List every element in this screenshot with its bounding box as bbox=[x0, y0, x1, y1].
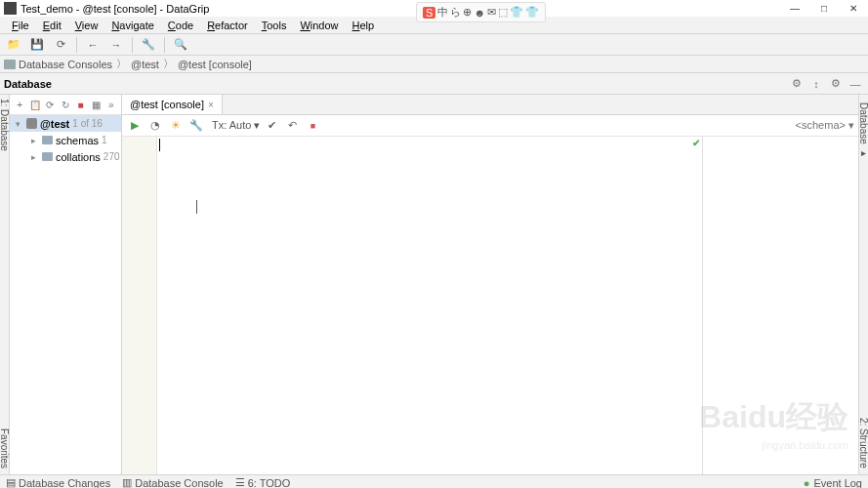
add-icon[interactable]: + bbox=[14, 97, 26, 112]
menu-file[interactable]: File bbox=[6, 19, 35, 32]
node-label: collations bbox=[56, 151, 101, 163]
text-caret bbox=[196, 200, 197, 214]
panel-sort-icon[interactable]: ↕ bbox=[807, 75, 825, 93]
grid-icon[interactable]: ▦ bbox=[90, 97, 103, 112]
inspection-ok-icon[interactable]: ✔ bbox=[692, 138, 700, 148]
ime-item[interactable]: ⊕ bbox=[463, 6, 472, 19]
ime-item[interactable]: 👕 bbox=[525, 6, 539, 19]
breadcrumb-item[interactable]: @test bbox=[131, 59, 159, 70]
ime-tray-overlay: S 中 ら ⊕ ☻ ✉ ⬚ 👕 👕 bbox=[416, 2, 546, 22]
editor-textarea[interactable]: ✔ bbox=[157, 137, 702, 474]
maximize-button[interactable]: □ bbox=[809, 0, 839, 17]
search-icon[interactable]: 🔍 bbox=[171, 36, 190, 54]
separator bbox=[132, 37, 133, 53]
node-count: 1 of 16 bbox=[72, 118, 103, 129]
database-panel-header: Database ⚙ ↕ ⚙ — bbox=[0, 73, 868, 95]
rollback-icon[interactable]: ↶ bbox=[283, 117, 301, 135]
separator bbox=[164, 37, 165, 53]
editor-tab[interactable]: @test [console] × bbox=[122, 95, 223, 114]
wrench-icon[interactable]: 🔧 bbox=[187, 117, 205, 135]
ime-item[interactable]: ☻ bbox=[474, 7, 485, 19]
panel-hide-icon[interactable]: — bbox=[847, 75, 864, 93]
todo-icon: ☰ bbox=[235, 476, 245, 488]
gutter bbox=[122, 137, 157, 474]
breadcrumb-label: @test bbox=[131, 59, 159, 70]
menu-edit[interactable]: Edit bbox=[37, 19, 67, 32]
tree-node-schemas[interactable]: ▸ schemas 1 bbox=[10, 132, 121, 148]
ime-item[interactable]: 👕 bbox=[510, 6, 523, 19]
more-icon[interactable]: » bbox=[104, 97, 117, 112]
tx-mode-dropdown[interactable]: Tx: Auto ▾ bbox=[212, 119, 260, 132]
editor-right-margin bbox=[702, 137, 858, 474]
clock-icon[interactable]: ◔ bbox=[146, 117, 164, 135]
menu-navigate[interactable]: Navigate bbox=[105, 19, 159, 32]
menu-window[interactable]: Window bbox=[294, 19, 344, 32]
rail-structure-tab[interactable]: 2: Structure bbox=[858, 418, 868, 468]
copy-icon[interactable]: 📋 bbox=[29, 97, 42, 112]
breadcrumb-item[interactable]: @test [console] bbox=[178, 59, 252, 70]
folder-icon bbox=[42, 136, 53, 144]
refresh-icon[interactable]: ⟳ bbox=[44, 97, 57, 112]
left-rail: 1: Database Favorites bbox=[0, 95, 10, 474]
event-log-tab[interactable]: ● Event Log bbox=[804, 477, 862, 489]
tree-node-root[interactable]: ▾ @test 1 of 16 bbox=[10, 115, 121, 132]
breadcrumb-separator: 〉 bbox=[163, 57, 174, 71]
console-icon: ▥ bbox=[122, 476, 132, 488]
sync-icon[interactable]: ↻ bbox=[60, 97, 72, 112]
menu-help[interactable]: Help bbox=[347, 19, 381, 32]
close-button[interactable]: ✕ bbox=[839, 0, 868, 17]
node-count: 270 bbox=[103, 151, 120, 162]
ime-item[interactable]: ら bbox=[450, 5, 461, 20]
expand-toggle-icon[interactable]: ▸ bbox=[31, 136, 39, 145]
rail-favorites-tab[interactable]: Favorites bbox=[0, 428, 10, 468]
editor-toolbar: ▶ ◔ ☀ 🔧 Tx: Auto ▾ ✔ ↶ ■ <schema> ▾ bbox=[122, 115, 858, 137]
editor-panel: @test [console] × ▶ ◔ ☀ 🔧 Tx: Auto ▾ ✔ ↶… bbox=[122, 95, 858, 474]
tree-node-collations[interactable]: ▸ collations 270 bbox=[10, 148, 121, 165]
editor-tab-bar: @test [console] × bbox=[122, 95, 858, 115]
forward-icon[interactable]: → bbox=[106, 36, 126, 54]
ime-item[interactable]: ⬚ bbox=[498, 6, 508, 19]
menu-refactor[interactable]: Refactor bbox=[201, 19, 254, 32]
minimize-button[interactable]: — bbox=[780, 0, 809, 17]
menu-tools[interactable]: Tools bbox=[256, 19, 293, 32]
commit-icon[interactable]: ✔ bbox=[263, 117, 280, 135]
stop-icon[interactable]: ■ bbox=[304, 117, 321, 135]
node-label: @test bbox=[40, 118, 69, 130]
run-button[interactable]: ▶ bbox=[126, 117, 144, 135]
bottom-tool-bar: ▤ Database Changes ▥ Database Console ☰ … bbox=[0, 474, 868, 488]
database-changes-tab[interactable]: ▤ Database Changes bbox=[6, 476, 110, 488]
stop-icon[interactable]: ■ bbox=[74, 97, 87, 112]
menu-view[interactable]: View bbox=[69, 19, 104, 32]
panel-settings-icon[interactable]: ⚙ bbox=[827, 75, 845, 93]
editor-body[interactable]: ✔ bbox=[122, 137, 858, 474]
panel-gear-icon[interactable]: ⚙ bbox=[788, 75, 806, 93]
back-icon[interactable]: ← bbox=[83, 36, 103, 54]
breadcrumb-item[interactable]: Database Consoles bbox=[4, 59, 112, 70]
todo-tab[interactable]: ☰ 6: TODO bbox=[235, 476, 291, 488]
open-icon[interactable]: 📁 bbox=[4, 36, 23, 54]
panel-title: Database bbox=[4, 78, 52, 90]
schema-dropdown[interactable]: <schema> ▾ bbox=[796, 119, 854, 132]
right-rail: Database ▸ 2: Structure bbox=[858, 95, 868, 474]
rail-database-tab[interactable]: 1: Database bbox=[0, 99, 10, 151]
breadcrumb-label: @test [console] bbox=[178, 59, 252, 70]
rail-database-tab[interactable]: Database ▸ bbox=[858, 102, 868, 158]
tab-close-icon[interactable]: × bbox=[208, 100, 214, 110]
ime-item[interactable]: 中 bbox=[437, 5, 448, 20]
main-toolbar: 📁 💾 ⟳ ← → 🔧 🔍 bbox=[0, 34, 868, 56]
refresh-icon[interactable]: ⟳ bbox=[51, 36, 70, 54]
expand-toggle-icon[interactable]: ▸ bbox=[31, 152, 39, 162]
separator bbox=[76, 37, 77, 53]
expand-toggle-icon[interactable]: ▾ bbox=[16, 119, 23, 129]
text-cursor bbox=[159, 139, 160, 151]
breadcrumb: Database Consoles 〉 @test 〉 @test [conso… bbox=[0, 56, 868, 73]
node-count: 1 bbox=[102, 135, 107, 145]
wrench-icon[interactable]: 🔧 bbox=[139, 36, 158, 54]
explain-icon[interactable]: ☀ bbox=[167, 117, 185, 135]
database-console-tab[interactable]: ▥ Database Console bbox=[122, 476, 224, 488]
ime-badge[interactable]: S bbox=[423, 7, 435, 19]
menu-code[interactable]: Code bbox=[162, 19, 199, 32]
folder-icon bbox=[4, 60, 16, 69]
save-icon[interactable]: 💾 bbox=[27, 36, 47, 54]
ime-item[interactable]: ✉ bbox=[487, 6, 496, 19]
